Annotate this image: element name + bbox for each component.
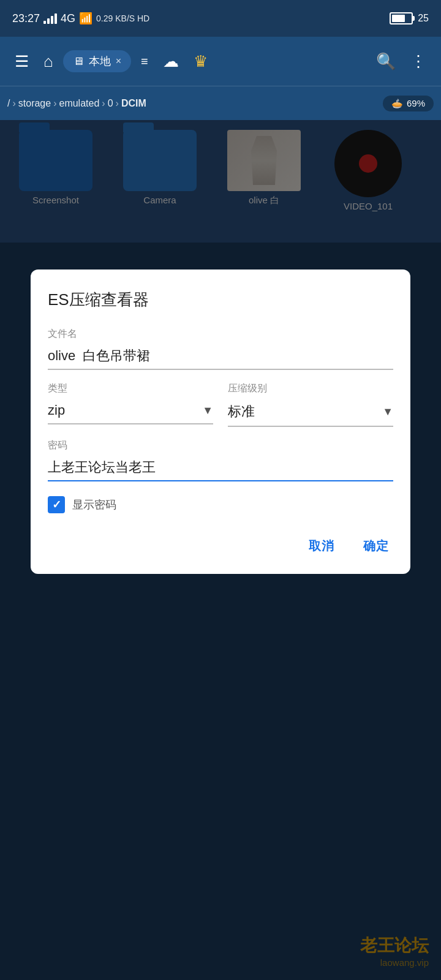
status-left: 23:27 4G 📶 0.29 KB/S HD: [12, 12, 149, 25]
password-label: 密码: [48, 439, 393, 452]
cancel-button[interactable]: 取消: [304, 533, 339, 559]
time-display: 23:27: [12, 12, 40, 25]
status-right: 25: [390, 12, 429, 24]
password-input[interactable]: [48, 457, 393, 481]
dialog-title: ES压缩查看器: [48, 289, 393, 311]
pie-icon: 🥧: [391, 98, 403, 109]
tab-monitor-icon: 🖥: [73, 55, 84, 68]
breadcrumb-sep1: ›: [12, 98, 15, 109]
breadcrumb-dcim[interactable]: DCIM: [121, 98, 146, 109]
compression-dropdown-arrow: ▼: [382, 405, 393, 418]
close-tab-icon[interactable]: ×: [116, 56, 121, 67]
type-field: 类型 zip ▼: [48, 382, 213, 427]
more-icon[interactable]: ⋮: [405, 47, 431, 76]
type-dropdown-arrow: ▼: [202, 404, 213, 417]
compression-label: 压缩级别: [228, 382, 393, 395]
crown-icon[interactable]: ♛: [189, 47, 213, 76]
filename-label: 文件名: [48, 328, 393, 341]
dialog-actions: 取消 确定: [48, 533, 393, 559]
tab-label: 本地: [89, 54, 111, 69]
compression-select[interactable]: 标准 ▼: [228, 400, 393, 427]
compression-value: 标准: [228, 402, 382, 421]
list-icon[interactable]: ≡: [136, 50, 153, 74]
local-tab[interactable]: 🖥 本地 ×: [63, 50, 131, 72]
breadcrumb-emulated[interactable]: emulated: [59, 98, 99, 109]
type-value: zip: [48, 402, 202, 418]
breadcrumb-root: /: [7, 98, 10, 109]
show-password-label: 显示密码: [72, 497, 116, 512]
show-password-checkbox[interactable]: ✓: [48, 496, 65, 513]
filename-input[interactable]: [48, 345, 393, 370]
home-icon[interactable]: ⌂: [39, 47, 58, 76]
breadcrumb-0[interactable]: 0: [108, 98, 113, 109]
menu-icon[interactable]: ☰: [10, 47, 34, 76]
breadcrumb-sep2: ›: [53, 98, 56, 109]
type-label: 类型: [48, 382, 213, 395]
compress-dialog: ES压缩查看器 文件名 类型 zip ▼ 压缩级别 标准 ▼ 密码 ✓ 显示密码: [31, 270, 410, 574]
breadcrumb-bar: / › storage › emulated › 0 › DCIM 🥧 69%: [0, 86, 441, 120]
compression-field: 压缩级别 标准 ▼: [228, 382, 393, 427]
storage-indicator: 🥧 69%: [383, 96, 434, 111]
network-type: 4G: [61, 12, 75, 25]
breadcrumb-storage[interactable]: storage: [18, 98, 51, 109]
wifi-icon: 📶: [79, 12, 92, 25]
search-icon[interactable]: 🔍: [371, 47, 401, 76]
show-password-row: ✓ 显示密码: [48, 496, 393, 513]
app-toolbar: ☰ ⌂ 🖥 本地 × ≡ ☁ ♛ 🔍 ⋮: [0, 37, 441, 86]
storage-percent: 69%: [407, 98, 425, 108]
confirm-button[interactable]: 确定: [358, 533, 393, 559]
password-section: 密码: [48, 439, 393, 481]
cloud-icon[interactable]: ☁: [158, 47, 184, 76]
checkbox-check-icon: ✓: [52, 498, 61, 511]
type-compression-row: 类型 zip ▼ 压缩级别 标准 ▼: [48, 382, 393, 427]
breadcrumb-sep4: ›: [116, 98, 119, 109]
signal-icon: [43, 13, 57, 24]
breadcrumb-sep3: ›: [102, 98, 105, 109]
battery-level: 25: [418, 13, 429, 24]
speed-display: 0.29 KB/S HD: [96, 13, 149, 23]
battery-icon: [390, 12, 413, 24]
status-bar: 23:27 4G 📶 0.29 KB/S HD 25: [0, 0, 441, 37]
type-select[interactable]: zip ▼: [48, 400, 213, 424]
